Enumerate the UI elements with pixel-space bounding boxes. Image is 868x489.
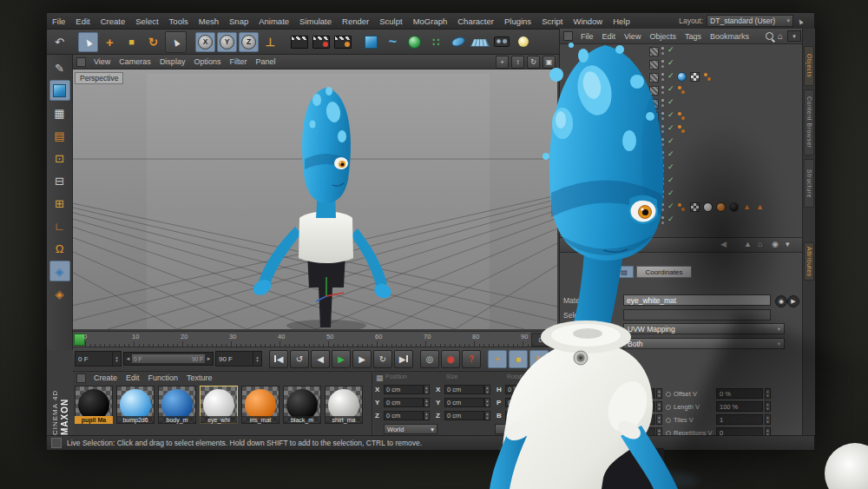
coordinate-field[interactable]: 0 cm (444, 398, 484, 407)
stepper-icon[interactable]: ▴▾ (540, 385, 546, 394)
object-row[interactable]: ✓ (560, 57, 805, 70)
rotate-tool-icon[interactable]: ↻ (143, 32, 163, 52)
field-value[interactable]: 0 % (716, 388, 763, 399)
coordinate-field[interactable]: 0 ° (505, 385, 540, 394)
object-row[interactable]: ✓ (560, 188, 805, 201)
material-tag-icon[interactable] (716, 202, 726, 212)
material-tag-icon[interactable] (729, 202, 739, 212)
viewport-menu-view[interactable]: View (89, 56, 115, 68)
lock-view-icon[interactable]: ◉ (772, 240, 779, 248)
material-tag-icon[interactable] (703, 202, 713, 212)
tweak-tool-icon[interactable]: ▲ (165, 31, 187, 53)
menu-select[interactable]: Select (130, 15, 163, 28)
stepper-icon[interactable]: ▴▾ (424, 398, 430, 407)
range-bar[interactable]: 0 F 90 F (132, 354, 205, 363)
material-menu-create[interactable]: Create (89, 372, 122, 384)
viewport-menu-display[interactable]: Display (155, 56, 190, 68)
om-menu-tags[interactable]: Tags (681, 30, 706, 43)
current-frame-spinner[interactable]: 0 F ▴▾ (75, 351, 122, 367)
visibility-dots-icon[interactable] (661, 47, 665, 55)
space-dropdown[interactable]: World▾ (384, 424, 437, 434)
search-icon[interactable] (766, 32, 773, 40)
scale-tool-icon[interactable]: ■ (122, 32, 141, 52)
side-tab-objects[interactable]: Objects (804, 46, 814, 86)
uv-dots-icon[interactable] (677, 85, 687, 95)
play-forwards-button[interactable]: ▶ (332, 350, 351, 368)
tile-checkbox[interactable] (623, 354, 633, 363)
live-selection-icon[interactable]: ▲ (78, 32, 98, 52)
make-editable-icon[interactable]: ✎ (49, 57, 70, 78)
menu-window[interactable]: Window (568, 15, 608, 28)
goto-end-button[interactable]: ▶ (394, 350, 413, 368)
stepper-icon[interactable]: ▴▾ (656, 401, 662, 412)
visibility-dots-icon[interactable] (661, 112, 665, 120)
side-tab-structure[interactable]: Structure (804, 159, 814, 208)
subdivision-surface-icon[interactable] (404, 32, 424, 52)
material-item[interactable]: shirt_ma (325, 386, 363, 424)
render-settings-icon[interactable] (311, 32, 331, 52)
panel-menu-icon[interactable]: ▾ (787, 30, 801, 42)
stepper-icon[interactable]: ▴▾ (424, 411, 430, 420)
material-item[interactable]: iris_mat (241, 386, 279, 424)
workplane-icon[interactable]: ◈ (49, 283, 70, 304)
enabled-check-icon[interactable]: ✓ (667, 84, 674, 93)
om-menu-objects[interactable]: Objects (645, 30, 681, 43)
timeline-ruler[interactable]: 0 F 0102030405060708090 (73, 331, 557, 347)
menu-plugins[interactable]: Plugins (499, 15, 536, 28)
projection-dropdown[interactable]: UVW Mapping ▾ (623, 323, 785, 334)
menu-mesh[interactable]: Mesh (194, 15, 224, 28)
undo-icon[interactable]: ↶ (49, 32, 69, 52)
object-row[interactable]: ✓ (560, 70, 805, 83)
object-row[interactable]: ✓▲▲ (560, 201, 805, 214)
polygons-mode-icon[interactable]: ⊞ (49, 193, 70, 214)
record-rotation-toggle[interactable]: ↻ (529, 350, 549, 368)
coordinate-system-icon[interactable]: ⊥ (260, 32, 280, 52)
deformer-icon[interactable] (448, 32, 468, 52)
field-value[interactable]: 1 (612, 414, 655, 425)
goto-material-icon[interactable]: ▶ (787, 295, 799, 307)
enabled-check-icon[interactable]: ✓ (667, 202, 674, 210)
uv-dots-icon[interactable] (677, 202, 687, 212)
stepper-icon[interactable]: ▴▾ (656, 414, 662, 425)
menu-snap[interactable]: Snap (224, 15, 253, 28)
camera-object-icon[interactable] (491, 32, 511, 52)
enabled-check-icon[interactable]: ✓ (667, 71, 674, 80)
workplane-paint-icon[interactable]: ▤ (49, 125, 70, 146)
home-icon[interactable]: ⌂ (778, 31, 783, 41)
stepper-icon[interactable]: ▴▾ (540, 411, 546, 420)
next-frame-button[interactable]: ▶ (352, 350, 372, 368)
enabled-check-icon[interactable]: ✓ (667, 149, 674, 158)
material-menu-function[interactable]: Function (144, 372, 183, 384)
home-icon[interactable]: ⌂ (758, 240, 762, 248)
stepper-icon[interactable]: ▴▾ (112, 352, 121, 366)
keyframe-help-button[interactable]: ? (462, 350, 481, 368)
field-value[interactable]: 1 (716, 414, 763, 425)
visibility-dots-icon[interactable] (661, 151, 665, 159)
enabled-check-icon[interactable]: ✓ (667, 188, 674, 197)
uv-dots-icon[interactable] (677, 124, 687, 134)
cube-primitive-icon[interactable] (361, 32, 381, 52)
record-position-toggle[interactable]: + (488, 350, 507, 368)
spline-pen-icon[interactable]: ~ (383, 32, 403, 52)
clear-link-icon[interactable]: ◉ (775, 295, 787, 307)
selection-field[interactable] (623, 309, 771, 320)
camera-label[interactable]: Perspective (75, 72, 123, 84)
menu-script[interactable]: Script (536, 15, 568, 28)
menu-file[interactable]: File (47, 15, 70, 28)
object-row[interactable]: ✓ (560, 83, 805, 96)
material-item[interactable]: pupil Ma (75, 386, 113, 424)
pan-view-icon[interactable]: + (496, 56, 509, 69)
dolly-view-icon[interactable]: ↕ (511, 56, 524, 69)
coordinate-field[interactable]: 0 cm (384, 398, 424, 407)
object-row[interactable]: ✓ (560, 214, 805, 227)
material-item[interactable]: black_m (283, 386, 321, 424)
coordinate-field[interactable]: 0 cm (384, 385, 424, 394)
material-item[interactable]: bump2d6 (116, 386, 155, 424)
material-link-field[interactable]: eye_white_mat (623, 294, 771, 306)
object-row[interactable]: ✓ (560, 135, 805, 149)
light-object-icon[interactable] (513, 32, 533, 52)
record-scale-toggle[interactable]: ■ (509, 350, 528, 368)
material-menu-edit[interactable]: Edit (122, 372, 144, 384)
texture-tag-icon[interactable] (690, 72, 700, 82)
panel-menu-icon[interactable]: ▾ (786, 240, 790, 248)
